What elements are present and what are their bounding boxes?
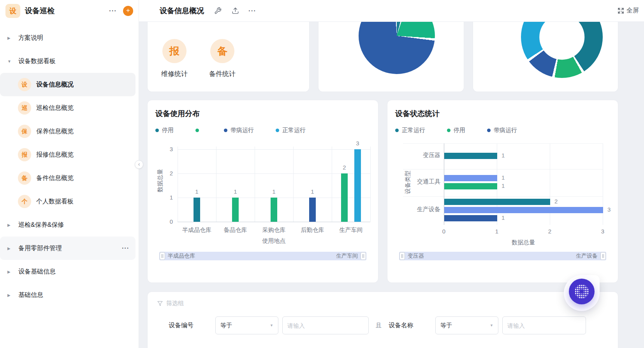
datazoom-handle-right[interactable]	[361, 252, 366, 260]
sidebar-item-personal-dashboard[interactable]: 个 个人数据看板	[0, 190, 139, 213]
bar[interactable]	[271, 198, 277, 222]
inspection-badge-icon: 巡	[18, 101, 31, 115]
bar[interactable]	[354, 149, 361, 222]
datazoom-handle-left[interactable]	[399, 252, 405, 260]
donut-chart[interactable]	[521, 22, 603, 78]
legend-dot-icon	[224, 129, 227, 132]
grid-line	[178, 147, 178, 222]
operator-select-device-name[interactable]: 等于 ▼	[435, 316, 498, 334]
grid-line	[403, 196, 603, 197]
x-axis-title: 使用地点	[251, 237, 297, 245]
sidebar-more-button[interactable]: ···	[109, 7, 117, 15]
bar-value-label: 1	[501, 152, 513, 159]
operator-select-device-code[interactable]: 等于 ▼	[215, 316, 278, 334]
group-more-button[interactable]: ···	[122, 245, 129, 252]
page-title: 设备信息概况	[160, 6, 204, 16]
bar-value-label: 2	[337, 164, 352, 171]
legend-dot-icon	[395, 129, 399, 132]
export-upload-icon[interactable]	[232, 7, 239, 14]
datazoom-handle-left[interactable]	[160, 252, 165, 260]
sidebar-item-base-info[interactable]: ▶ 基础信息	[0, 283, 139, 307]
bar[interactable]	[444, 183, 497, 189]
legend-label: 正常运行	[282, 127, 306, 134]
sidebar: 设 设备巡检 ··· + ▶ 方案说明 ▼ 设备数据看板 设 设备信息概况 巡 …	[0, 0, 139, 348]
legend-item[interactable]: 正常运行	[276, 127, 306, 134]
fullscreen-button[interactable]: 全屏	[618, 7, 639, 15]
legend-item[interactable]: 正常运行	[395, 127, 425, 134]
legend-dot-icon	[276, 129, 279, 132]
field-label-device-code: 设备编号	[169, 322, 194, 330]
sidebar-item-label: 基础信息	[18, 291, 43, 299]
repair-stats-shortcut[interactable]: 报 维修统计	[158, 39, 191, 78]
sidebar-item-label: 巡检&保养&保修	[18, 221, 64, 229]
donut-hole	[539, 22, 584, 60]
sidebar-item-label: 设备信息概况	[36, 81, 74, 89]
sidebar-item-device-dashboard[interactable]: ▼ 设备数据看板	[0, 49, 139, 73]
fullscreen-label: 全屏	[626, 7, 639, 15]
legend-item[interactable]	[195, 129, 202, 132]
settings-wrench-icon[interactable]	[214, 7, 222, 14]
caret-right-icon: ▶	[7, 223, 13, 227]
slider-start-label: 变压器	[408, 253, 424, 260]
caret-right-icon: ▶	[7, 246, 13, 251]
datazoom-handle-right[interactable]	[600, 252, 606, 260]
legend-item[interactable]: 停用	[447, 127, 465, 134]
spare-stats-shortcut[interactable]: 备 备件统计	[206, 39, 239, 78]
sidebar-item-device-info-overview[interactable]: 设 设备信息概况	[0, 73, 135, 96]
bar[interactable]	[341, 173, 348, 222]
bar[interactable]	[444, 175, 497, 181]
sidebar-item-repair-info[interactable]: 报 报修信息概览	[0, 143, 139, 166]
chart-title: 设备使用分布	[155, 109, 370, 119]
bar[interactable]	[232, 198, 239, 222]
legend-dot-icon	[447, 129, 450, 132]
caret-right-icon: ▶	[7, 293, 13, 297]
sidebar-item-spare-parts-info[interactable]: 备 备件信息概览	[0, 166, 139, 190]
x-category-label: 后勤仓库	[293, 226, 332, 234]
sidebar-item-inspection-maintenance-repair[interactable]: ▶ 巡检&保养&保修	[0, 213, 139, 237]
stats-card: 报 维修统计 备 备件统计	[147, 22, 310, 92]
legend-item[interactable]: 带病运行	[487, 127, 517, 134]
bar[interactable]	[194, 198, 200, 222]
bar[interactable]	[309, 198, 316, 222]
stat-label: 备件统计	[209, 69, 236, 78]
spare-badge-icon: 备	[18, 171, 31, 185]
sidebar-item-scheme-description[interactable]: ▶ 方案说明	[0, 26, 139, 49]
bar-value-label: 1	[501, 214, 513, 221]
slider-start-label: 半成品仓库	[168, 253, 195, 260]
pie-chart[interactable]	[359, 22, 435, 74]
usage-bar-chart: 0123数据总量1半成品仓库1备品仓库1采购仓库1后勤仓库23生产车间使用地点	[155, 141, 370, 247]
legend-dot-icon	[195, 129, 199, 132]
y-category-label: 交通工具	[407, 178, 440, 185]
sidebar-item-spare-parts-management[interactable]: ▶ 备用零部件管理 ···	[0, 237, 135, 260]
bar[interactable]	[444, 215, 497, 221]
add-button[interactable]: +	[123, 6, 133, 16]
sidebar-header: 设 设备巡检 ··· +	[0, 0, 139, 22]
sidebar-item-label: 保养信息概览	[36, 127, 74, 136]
sidebar-item-device-base-info[interactable]: ▶ 设备基础信息	[0, 260, 139, 283]
grid-line	[255, 147, 255, 222]
header-more-button[interactable]: ···	[248, 7, 256, 15]
device-name-input[interactable]	[502, 316, 586, 334]
selected-operator: 等于	[440, 322, 452, 329]
maintenance-badge-icon: 保	[18, 125, 31, 138]
device-badge-icon: 设	[18, 78, 31, 91]
status-datazoom-slider[interactable]: 变压器生产设备	[399, 252, 606, 260]
legend-item[interactable]: 带病运行	[224, 127, 254, 134]
status-legend: 正常运行停用带病运行	[395, 127, 610, 134]
device-code-input[interactable]	[282, 316, 369, 334]
caret-down-icon: ▼	[7, 59, 13, 64]
caret-right-icon: ▶	[7, 36, 13, 40]
bar[interactable]	[444, 199, 550, 205]
legend-item[interactable]: 停用	[155, 127, 174, 134]
assistant-fab-button[interactable]	[569, 279, 595, 304]
x-tick-label: 2	[542, 228, 558, 235]
bar[interactable]	[444, 153, 497, 159]
usage-datazoom-slider[interactable]: 半成品仓库生产车间	[159, 252, 366, 260]
bar[interactable]	[444, 207, 603, 213]
sidebar-item-inspection-info[interactable]: 巡 巡检信息概览	[0, 96, 139, 120]
sidebar-item-maintenance-info[interactable]: 保 保养信息概览	[0, 120, 139, 143]
y-tick-label: 3	[159, 146, 173, 152]
sidebar-collapse-button[interactable]: ‹	[135, 160, 143, 169]
sidebar-item-label: 个人数据看板	[36, 198, 74, 206]
filter-group-title: 筛选组	[166, 300, 184, 307]
